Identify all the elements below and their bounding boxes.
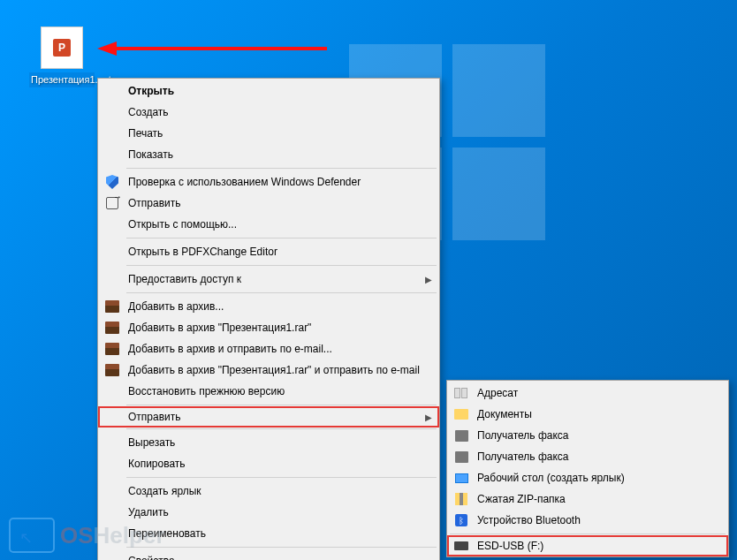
winrar-icon — [105, 300, 119, 313]
submenu-fax1[interactable]: Получатель факса — [449, 425, 726, 446]
watermark: ↖ OSHelper — [9, 518, 165, 553]
submenu-addressee[interactable]: Адресат — [449, 382, 726, 404]
contact-icon — [454, 388, 468, 398]
submenu-fax2[interactable]: Получатель факса — [449, 446, 726, 467]
winrar-icon — [105, 343, 119, 355]
submenu-esd-usb[interactable]: ESD-USB (F:) — [447, 535, 728, 556]
desktop-icon — [455, 473, 468, 483]
watermark-logo-icon: ↖ — [9, 518, 55, 553]
menu-send-to[interactable]: Отправить▶ — [98, 406, 439, 428]
menu-show[interactable]: Показать — [100, 144, 437, 165]
menu-send[interactable]: Отправить — [100, 193, 437, 214]
menu-open[interactable]: Открыть — [100, 80, 437, 102]
menu-pdfx[interactable]: Открыть в PDFXChange Editor — [100, 241, 437, 262]
fax-icon — [455, 430, 468, 442]
menu-create[interactable]: Создать — [100, 102, 437, 123]
menu-rar-add-name[interactable]: Добавить в архив "Презентация1.rar" — [100, 317, 437, 338]
pptx-badge-icon: P — [53, 39, 71, 57]
watermark-text: OSHelper — [60, 522, 165, 549]
usb-drive-icon — [454, 541, 468, 550]
zip-icon — [455, 493, 467, 505]
fax-icon — [455, 451, 468, 463]
submenu-desktop[interactable]: Рабочий стол (создать ярлык) — [449, 467, 726, 488]
chevron-right-icon: ▶ — [425, 275, 432, 284]
menu-rar-email[interactable]: Добавить в архив и отправить по e-mail..… — [100, 338, 437, 359]
submenu-bluetooth[interactable]: ᛒУстройство Bluetooth — [449, 510, 726, 531]
shield-icon — [106, 175, 118, 189]
menu-restore[interactable]: Восстановить прежнюю версию — [100, 381, 437, 402]
svg-marker-1 — [97, 42, 117, 56]
menu-grant-access[interactable]: Предоставить доступ к▶ — [100, 269, 437, 290]
menu-print[interactable]: Печать — [100, 123, 437, 144]
submenu-documents[interactable]: Документы — [449, 404, 726, 425]
annotation-arrow — [97, 40, 327, 57]
submenu-zip[interactable]: Сжатая ZIP-папка — [449, 488, 726, 510]
share-icon — [106, 197, 118, 209]
pptx-thumbnail: P — [41, 26, 83, 69]
menu-copy[interactable]: Копировать — [100, 453, 437, 474]
menu-cut[interactable]: Вырезать — [100, 432, 437, 453]
menu-open-with[interactable]: Открыть с помощью... — [100, 214, 437, 235]
desktop-file-label: Презентация1.pptx — [29, 72, 95, 87]
desktop-file-icon[interactable]: P Презентация1.pptx — [29, 26, 95, 87]
menu-shortcut[interactable]: Создать ярлык — [100, 481, 437, 502]
bluetooth-icon: ᛒ — [455, 514, 467, 526]
folder-icon — [454, 409, 468, 420]
menu-rar-add[interactable]: Добавить в архив... — [100, 296, 437, 317]
chevron-right-icon: ▶ — [425, 412, 432, 422]
menu-defender[interactable]: Проверка с использованием Windows Defend… — [100, 171, 437, 193]
send-to-submenu: Адресат Документы Получатель факса Получ… — [446, 380, 729, 557]
menu-rar-email-name[interactable]: Добавить в архив "Презентация1.rar" и от… — [100, 359, 437, 381]
winrar-icon — [105, 364, 119, 376]
winrar-icon — [105, 322, 119, 334]
context-menu: Открыть Создать Печать Показать Проверка… — [97, 78, 440, 560]
